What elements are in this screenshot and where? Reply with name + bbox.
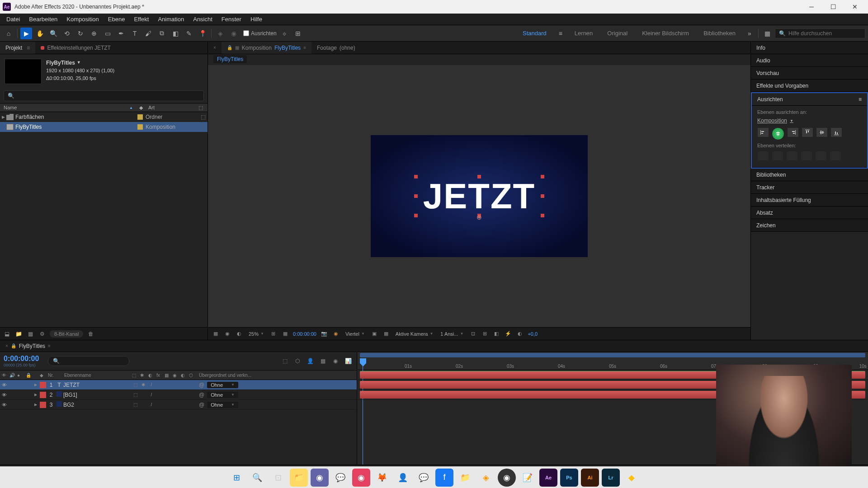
col-tag-icon[interactable]: ◆ xyxy=(39,373,47,378)
layer-switch[interactable]: ⬚ xyxy=(131,402,139,407)
view-option-3-icon[interactable]: ◧ xyxy=(492,330,500,338)
col-lock-icon[interactable]: 🔒 xyxy=(24,373,33,378)
expand-arrow-icon[interactable]: ▶ xyxy=(0,115,6,119)
workspace-lernen[interactable]: Lernen xyxy=(568,28,599,38)
pickwhip-icon[interactable]: @ xyxy=(199,382,204,388)
tool-option-1[interactable]: ◈ xyxy=(214,28,226,39)
selection-tool[interactable]: ▶ xyxy=(20,28,32,39)
roto-tool[interactable]: ✎ xyxy=(183,28,195,39)
panel-menu-icon[interactable]: ≡ xyxy=(859,96,862,103)
selection-handle[interactable] xyxy=(477,175,481,178)
menu-komposition[interactable]: Komposition xyxy=(62,14,104,24)
col-audio-icon[interactable]: 🔊 xyxy=(8,373,16,378)
window-minimize-button[interactable]: ─ xyxy=(801,0,822,14)
workspace-menu-icon[interactable]: ≡ xyxy=(555,28,566,39)
character-panel-header[interactable]: Zeichen xyxy=(751,219,868,232)
playhead[interactable] xyxy=(360,358,366,366)
pen-tool[interactable]: ✒ xyxy=(115,28,127,39)
taskbar-messenger-icon[interactable]: 💬 xyxy=(415,469,433,487)
lock-icon[interactable]: 🔒 xyxy=(227,45,232,50)
align-top-button[interactable] xyxy=(802,127,813,137)
rectangle-tool[interactable]: ▭ xyxy=(102,28,113,39)
timeline-tab[interactable]: × 🔒 FlyByTitles ≡ xyxy=(0,341,56,352)
delete-icon[interactable]: 🗑 xyxy=(87,330,95,338)
zoom-tool[interactable]: 🔍 xyxy=(47,28,59,39)
layer-switch[interactable]: ⬚ xyxy=(131,382,139,387)
snap-checkbox[interactable]: Ausrichten xyxy=(243,30,277,37)
quality-dropdown[interactable]: Viertel▼ xyxy=(344,330,367,338)
breadcrumb-item[interactable]: FlyByTitles xyxy=(213,55,247,63)
view-option-2-icon[interactable]: ⊞ xyxy=(481,330,489,338)
help-search[interactable]: 🔍 xyxy=(775,28,865,38)
clone-tool[interactable]: ⧉ xyxy=(156,28,168,39)
color-tag[interactable] xyxy=(137,114,143,120)
window-close-button[interactable]: ✕ xyxy=(844,0,865,14)
align-left-button[interactable] xyxy=(757,127,769,137)
col-switch-quality-icon[interactable]: fx xyxy=(156,373,164,378)
timeline-layer-list[interactable]: 👁 ▶ 1 T JETZT ⬚✱/ @Ohne▼ 👁 ▶ 2 [BG1] xyxy=(0,380,357,465)
anchor-tool[interactable]: ⊕ xyxy=(88,28,100,39)
panel-toggle-icon[interactable]: ▦ xyxy=(761,28,773,39)
region-icon[interactable]: ▣ xyxy=(370,330,378,338)
timeline-search[interactable]: 🔍 xyxy=(48,356,129,366)
align-v-center-button[interactable] xyxy=(816,127,828,137)
align-right-button[interactable] xyxy=(787,127,799,137)
menu-ebene[interactable]: Ebene xyxy=(104,14,130,24)
parent-dropdown[interactable]: Ohne▼ xyxy=(207,402,238,408)
taskbar-taskview-icon[interactable]: ⊡ xyxy=(269,469,287,487)
fast-preview-icon[interactable]: ⚡ xyxy=(504,330,512,338)
timeline-layer-text[interactable]: 👁 ▶ 1 T JETZT ⬚✱/ @Ohne▼ xyxy=(0,380,357,390)
view-option-icon[interactable]: ⊡ xyxy=(469,330,477,338)
menu-fenster[interactable]: Fenster xyxy=(217,14,246,24)
pickwhip-icon[interactable]: @ xyxy=(199,402,204,408)
selection-handle[interactable] xyxy=(541,175,544,178)
taskbar-firefox-icon[interactable]: 🦊 xyxy=(373,469,391,487)
footage-tab[interactable]: Footage (ohne) xyxy=(311,42,361,54)
taskbar-folder-icon[interactable]: 📁 xyxy=(456,469,474,487)
new-folder-icon[interactable]: 📁 xyxy=(14,330,23,338)
layer-color-tag[interactable] xyxy=(40,402,46,408)
layer-switch[interactable]: / xyxy=(147,392,156,397)
preview-panel-header[interactable]: Vorschau xyxy=(751,67,868,80)
align-to-dropdown[interactable]: Komposition▼ xyxy=(757,117,862,125)
row-action-icon[interactable]: ⬚ xyxy=(198,114,208,120)
hide-shy-icon[interactable]: 👤 xyxy=(305,356,315,366)
taskbar-facebook-icon[interactable]: f xyxy=(435,469,453,487)
taskbar-explorer-icon[interactable]: 📁 xyxy=(290,469,308,487)
help-search-input[interactable] xyxy=(788,30,861,37)
eraser-tool[interactable]: ◧ xyxy=(170,28,181,39)
tab-close-icon[interactable]: × xyxy=(5,343,8,348)
canvas-text-layer[interactable]: JETZT xyxy=(423,176,535,217)
paragraph-panel-header[interactable]: Absatz xyxy=(751,206,868,219)
parent-dropdown[interactable]: Ohne▼ xyxy=(207,392,238,398)
workspace-standard[interactable]: Standard xyxy=(516,28,553,38)
taskbar-ae-icon[interactable]: Ae xyxy=(539,469,557,487)
col-solo-icon[interactable]: ● xyxy=(16,373,24,378)
layer-expand-icon[interactable]: ▶ xyxy=(33,383,39,387)
col-layer-name-header[interactable]: Ebenenname xyxy=(63,373,131,378)
visibility-toggle[interactable]: 👁 xyxy=(0,392,8,398)
timeline-layer-solid[interactable]: 👁 ▶ 3 BG2 ⬚/ @Ohne▼ xyxy=(0,400,357,410)
dropdown-arrow-icon[interactable]: ▼ xyxy=(77,60,81,66)
draft-3d-icon[interactable]: ⬡ xyxy=(292,356,302,366)
rotate-tool[interactable]: ↻ xyxy=(75,28,86,39)
tab-menu-icon[interactable]: ≡ xyxy=(48,343,51,348)
taskbar-app-icon[interactable]: ◉ xyxy=(352,469,370,487)
layer-switch[interactable]: ⬚ xyxy=(131,392,139,397)
taskbar-whatsapp-icon[interactable]: 💬 xyxy=(331,469,349,487)
color-depth[interactable]: 8-Bit-Kanal xyxy=(50,330,83,338)
alpha-toggle-icon[interactable]: ▦ xyxy=(212,330,220,338)
layer-name[interactable]: [BG1] xyxy=(63,392,131,398)
info-panel-header[interactable]: Info xyxy=(751,42,868,54)
composition-canvas[interactable]: JETZT ⊕ xyxy=(371,135,588,257)
layer-switch[interactable]: / xyxy=(147,402,156,407)
zoom-dropdown[interactable]: 25%▼ xyxy=(247,330,266,338)
snap-grid-icon[interactable]: ⊞ xyxy=(292,28,304,39)
pickwhip-icon[interactable]: @ xyxy=(199,392,204,398)
graph-editor-icon[interactable]: 📊 xyxy=(343,356,353,366)
menu-effekt[interactable]: Effekt xyxy=(129,14,153,24)
taskbar-app-icon[interactable]: 👤 xyxy=(394,469,412,487)
tab-menu-icon[interactable]: ≡ xyxy=(303,45,306,50)
brush-tool[interactable]: 🖌 xyxy=(142,28,154,39)
comp-breadcrumb[interactable]: FlyByTitles xyxy=(208,54,750,65)
